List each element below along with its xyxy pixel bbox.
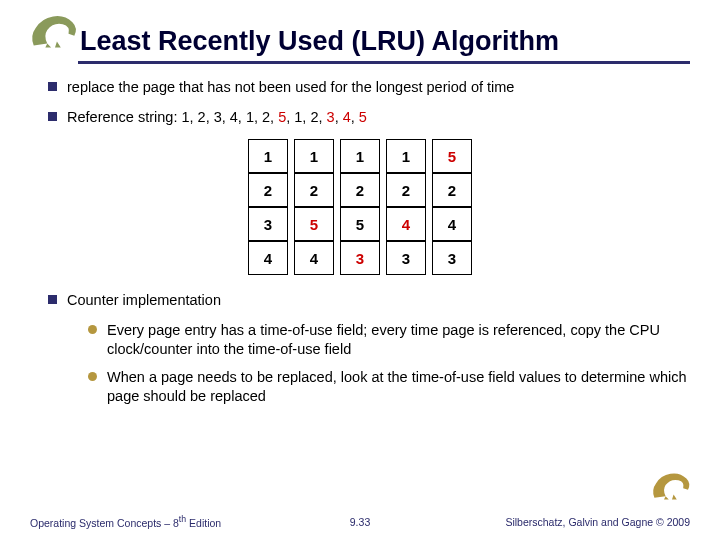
table-cell: 5 [432,139,472,173]
ref-5b: 5 [359,109,367,125]
table-cell: 1 [294,139,334,173]
content: replace the page that has not been used … [30,78,690,407]
slide: Least Recently Used (LRU) Algorithm repl… [0,0,720,540]
dinosaur-icon [26,8,84,52]
dinosaur-icon [648,466,696,504]
table-row: 44333 [248,241,472,275]
table-cell: 3 [432,241,472,275]
bullet-3: Counter implementation [48,291,690,311]
table-cell: 4 [432,207,472,241]
footer-right: Silberschatz, Galvin and Gagne © 2009 [505,516,690,528]
bullet-3a-text: Every page entry has a time-of-use field… [107,321,690,360]
table-cell: 1 [340,139,380,173]
table-cell: 1 [386,139,426,173]
table-cell: 2 [340,173,380,207]
footer-left: Operating System Concepts – 8th Edition [30,514,221,529]
bullet-1: replace the page that has not been used … [48,78,690,98]
table-cell: 4 [248,241,288,275]
table-cell: 3 [340,241,380,275]
table-cell: 5 [294,207,334,241]
frames-table-wrap: 11115222223554444333 [30,139,690,275]
ref-4: 4 [343,109,351,125]
bullet-3b: When a page needs to be replaced, look a… [88,368,690,407]
footer-slide-number: 9.33 [350,516,370,528]
table-cell: 5 [340,207,380,241]
footer-left-b: Edition [186,516,221,528]
bullet-2-text: Reference string: 1, 2, 3, 4, 1, 2, 5, 1… [67,108,367,128]
bullet-3a: Every page entry has a time-of-use field… [88,321,690,360]
table-cell: 3 [248,207,288,241]
table-cell: 3 [386,241,426,275]
ref-mid3: , [351,109,359,125]
table-cell: 2 [386,173,426,207]
table-cell: 2 [294,173,334,207]
ref-mid1: , 1, 2, [286,109,326,125]
table-row: 35544 [248,207,472,241]
table-cell: 4 [294,241,334,275]
bullet-3-text: Counter implementation [67,291,221,311]
table-cell: 2 [432,173,472,207]
table-row: 22222 [248,173,472,207]
frames-table: 11115222223554444333 [242,139,478,275]
table-cell: 2 [248,173,288,207]
circle-bullet-icon [88,325,97,334]
table-cell: 4 [386,207,426,241]
page-title: Least Recently Used (LRU) Algorithm [78,26,690,64]
footer: Operating System Concepts – 8th Edition … [30,514,690,529]
square-bullet-icon [48,112,57,121]
table-row: 11115 [248,139,472,173]
bullet-2: Reference string: 1, 2, 3, 4, 1, 2, 5, 1… [48,108,690,128]
ref-string-prefix: Reference string: 1, 2, 3, 4, 1, 2, [67,109,278,125]
bullet-3b-text: When a page needs to be replaced, look a… [107,368,690,407]
circle-bullet-icon [88,372,97,381]
bullet-1-text: replace the page that has not been used … [67,78,514,98]
square-bullet-icon [48,295,57,304]
title-area: Least Recently Used (LRU) Algorithm [78,26,690,64]
square-bullet-icon [48,82,57,91]
footer-left-a: Operating System Concepts – 8 [30,516,179,528]
table-cell: 1 [248,139,288,173]
ref-mid2: , [335,109,343,125]
ref-3: 3 [327,109,335,125]
